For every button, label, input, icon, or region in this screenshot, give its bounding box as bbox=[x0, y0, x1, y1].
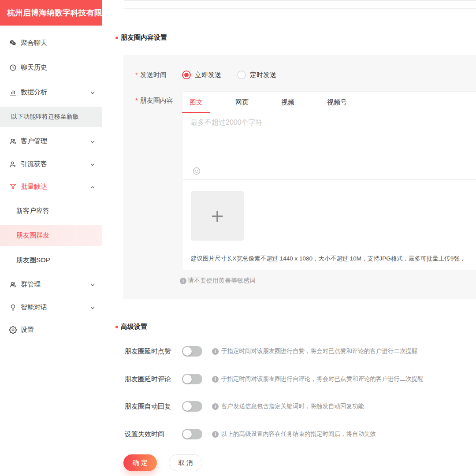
section-title-advanced-settings: 高级设置 bbox=[115, 323, 147, 331]
app: 杭州启博海纳数字科技有限公司 聚合聊天 聊天历史 数据分析 以下功能即将迁移至新… bbox=[0, 0, 476, 476]
tab-webpage[interactable]: 网页 bbox=[235, 92, 249, 113]
migration-notice-banner: 以下功能即将迁移至新版 bbox=[0, 107, 102, 127]
sidebar-item-label: 新客户应答 bbox=[16, 207, 49, 215]
required-asterisk: * bbox=[135, 71, 138, 78]
toggle-knob bbox=[183, 402, 192, 411]
content-type-tabs: 图文 网页 视频 视频号 bbox=[183, 92, 476, 113]
chat-icon bbox=[8, 38, 17, 47]
radio-send-now[interactable] bbox=[182, 71, 191, 79]
sidebar-item-bulk-reach[interactable]: 批量触达 bbox=[0, 176, 102, 197]
sidebar-item-data-analysis[interactable]: 数据分析 bbox=[0, 82, 102, 103]
moments-form-panel: *发送时间 立即发送 定时发送 *朋友圈内容 图文 网页 视频 视频号 bbox=[123, 55, 476, 299]
sidebar-item-group-management[interactable]: 群管理 bbox=[0, 274, 102, 295]
toggle-knob bbox=[183, 347, 192, 356]
required-asterisk: * bbox=[135, 97, 138, 104]
moments-editor-box: 图文 网页 视频 视频号 + 建议图片尺寸长X宽总像素不超过 1440 x 10… bbox=[183, 91, 476, 270]
chevron-down-icon bbox=[90, 305, 95, 310]
toggle-label: 朋友圈延时点赞 bbox=[125, 347, 182, 356]
sidebar-item-traffic-acquisition[interactable]: 引流获客 bbox=[0, 153, 102, 175]
chevron-up-icon bbox=[90, 184, 95, 189]
bulb-icon bbox=[8, 303, 17, 312]
upload-hint-text: 建议图片尺寸长X宽总像素不超过 1440 x 1080，大小不超过 10M，支持… bbox=[191, 255, 476, 263]
info-icon: i bbox=[212, 376, 219, 383]
radio-send-now-label[interactable]: 立即发送 bbox=[195, 71, 221, 79]
toggle-label: 朋友圈自动回复 bbox=[125, 402, 182, 411]
sidebar-item-label: 引流获客 bbox=[21, 160, 47, 168]
sidebar-item-label: 朋友圈SOP bbox=[16, 256, 50, 264]
sidebar-item-label: 批量触达 bbox=[21, 182, 47, 191]
section-title-moments-content: 朋友圈内容设置 bbox=[115, 33, 167, 42]
warning-text: 请不要使用黄暴等敏感词 bbox=[188, 277, 256, 285]
info-icon: i bbox=[180, 278, 186, 284]
section-title-text: 朋友圈内容设置 bbox=[121, 33, 167, 42]
expiry-time-toggle[interactable] bbox=[182, 429, 202, 439]
chevron-down-icon bbox=[90, 89, 95, 95]
sidebar-item-smart-dialogue[interactable]: 智能对话 bbox=[0, 297, 102, 318]
delayed-comment-toggle[interactable] bbox=[182, 374, 202, 384]
toggle-hint: i 于指定时间对该朋友圈进行自评论，将会对已点赞和评论的客户进行二次提醒 bbox=[212, 375, 424, 383]
tab-video[interactable]: 视频 bbox=[281, 92, 294, 113]
advanced-row-delayed-like: 朋友圈延时点赞 i 于指定时间对该朋友圈进行自赞，将会对已点赞和评论的客户进行二… bbox=[125, 346, 476, 357]
moments-text-input[interactable] bbox=[190, 118, 468, 164]
red-dot-icon bbox=[115, 326, 118, 328]
sidebar-item-label: 客户管理 bbox=[21, 137, 47, 145]
toggle-hint: i 客户发送信息包含指定关键词时，将触发自动回复功能 bbox=[212, 402, 364, 410]
moments-content-label: *朋友圈内容 bbox=[135, 97, 173, 105]
clock-icon bbox=[8, 63, 17, 72]
advanced-row-expiry-time: 设置失效时间 i 以上的高级设置内容在任务结束的指定时间后，将自动失效 bbox=[125, 428, 476, 440]
toggle-hint: i 以上的高级设置内容在任务结束的指定时间后，将自动失效 bbox=[212, 430, 376, 438]
gear-icon bbox=[8, 325, 17, 334]
radio-send-scheduled[interactable] bbox=[237, 71, 246, 79]
tab-video-channel[interactable]: 视频号 bbox=[327, 92, 347, 113]
auto-reply-toggle[interactable] bbox=[182, 401, 202, 412]
sidebar-item-new-customer-reply[interactable]: 新客户应答 bbox=[0, 200, 102, 221]
send-time-radio-group: 立即发送 定时发送 bbox=[182, 70, 276, 80]
sidebar-item-label: 智能对话 bbox=[21, 303, 47, 312]
company-header: 杭州启博海纳数字科技有限公司 bbox=[0, 0, 102, 26]
sidebar-item-label: 数据分析 bbox=[21, 88, 47, 97]
sidebar-item-label: 群管理 bbox=[21, 280, 41, 289]
sidebar-item-customer-management[interactable]: 客户管理 bbox=[0, 130, 102, 152]
radio-send-scheduled-label[interactable]: 定时发送 bbox=[250, 71, 276, 79]
sidebar-item-settings[interactable]: 设置 bbox=[0, 319, 102, 340]
send-time-label: *发送时间 bbox=[135, 71, 167, 79]
chevron-down-icon bbox=[90, 161, 95, 167]
delayed-like-toggle[interactable] bbox=[182, 346, 202, 357]
advanced-row-delayed-comment: 朋友圈延时评论 i 于指定时间对该朋友圈进行自评论，将会对已点赞和评论的客户进行… bbox=[125, 373, 476, 385]
info-icon: i bbox=[212, 348, 219, 355]
info-icon: i bbox=[212, 403, 219, 410]
toggle-label: 朋友圈延时评论 bbox=[125, 375, 182, 383]
emoji-icon[interactable] bbox=[192, 167, 201, 175]
sidebar: 杭州启博海纳数字科技有限公司 聚合聊天 聊天历史 数据分析 以下功能即将迁移至新… bbox=[0, 0, 102, 476]
sidebar-item-chat-history[interactable]: 聊天历史 bbox=[0, 57, 102, 78]
scrolled-content-edge bbox=[124, 0, 476, 8]
chevron-down-icon bbox=[90, 282, 95, 287]
sidebar-item-aggregate-chat[interactable]: 聚合聊天 bbox=[0, 32, 102, 53]
tab-image-text[interactable]: 图文 bbox=[190, 92, 203, 113]
red-dot-icon bbox=[115, 37, 118, 39]
section-title-text: 高级设置 bbox=[121, 323, 147, 331]
cancel-button[interactable]: 取 消 bbox=[169, 454, 202, 471]
sidebar-item-label: 聊天历史 bbox=[21, 63, 47, 72]
users-icon bbox=[8, 137, 17, 145]
toggle-knob bbox=[183, 430, 192, 439]
info-icon: i bbox=[212, 431, 219, 438]
chevron-down-icon bbox=[90, 138, 95, 144]
divider bbox=[183, 179, 476, 180]
sidebar-item-label: 聚合聊天 bbox=[21, 39, 47, 47]
sensitive-words-warning: i 请不要使用黄暴等敏感词 bbox=[180, 277, 256, 285]
sidebar-item-label: 朋友圈群发 bbox=[16, 231, 49, 240]
plus-icon: + bbox=[211, 205, 223, 227]
bar-chart-icon bbox=[8, 88, 17, 97]
toggle-label: 设置失效时间 bbox=[125, 430, 182, 439]
sidebar-item-moments-sop[interactable]: 朋友圈SOP bbox=[0, 249, 102, 271]
toggle-knob bbox=[183, 375, 192, 383]
toggle-hint: i 于指定时间对该朋友圈进行自赞，将会对已点赞和评论的客户进行二次提醒 bbox=[212, 347, 418, 355]
user-plus-icon bbox=[8, 160, 17, 168]
section-divider bbox=[124, 8, 476, 9]
confirm-button[interactable]: 确 定 bbox=[123, 454, 157, 471]
sidebar-item-moments-bulk-send[interactable]: 朋友圈群发 bbox=[0, 225, 102, 246]
image-upload-button[interactable]: + bbox=[191, 191, 244, 241]
sidebar-item-label: 设置 bbox=[21, 326, 34, 334]
funnel-icon bbox=[8, 182, 17, 191]
